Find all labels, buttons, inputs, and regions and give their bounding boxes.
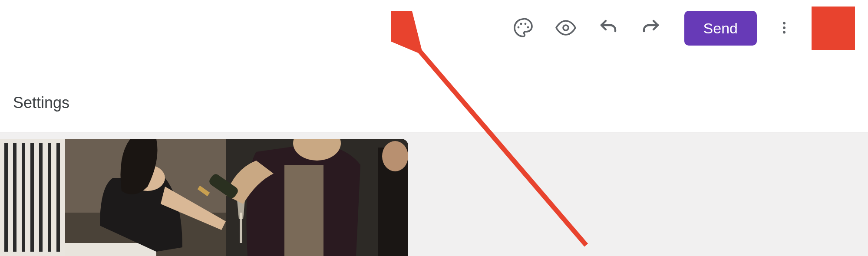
form-header-image[interactable]: [0, 139, 408, 256]
svg-point-2: [524, 23, 526, 25]
svg-point-4: [563, 25, 568, 30]
eye-icon: [555, 17, 576, 39]
redo-icon: [640, 17, 661, 39]
svg-rect-13: [4, 143, 8, 252]
svg-point-5: [783, 22, 785, 24]
palette-icon: [513, 17, 534, 39]
more-vert-icon: [776, 20, 792, 37]
svg-point-1: [520, 23, 522, 25]
svg-point-27: [382, 141, 408, 171]
customize-theme-button[interactable]: [504, 9, 543, 48]
svg-rect-22: [284, 165, 323, 256]
svg-point-6: [783, 26, 785, 29]
send-button[interactable]: Send: [684, 11, 757, 46]
svg-rect-16: [30, 143, 34, 252]
svg-point-0: [517, 26, 519, 28]
undo-icon: [598, 17, 619, 39]
tab-settings[interactable]: Settings: [13, 94, 69, 112]
svg-rect-14: [13, 143, 17, 252]
svg-rect-18: [48, 143, 51, 252]
preview-button[interactable]: [546, 9, 585, 48]
redo-button[interactable]: [631, 9, 670, 48]
svg-point-3: [527, 26, 529, 28]
svg-point-7: [783, 31, 785, 33]
svg-rect-15: [22, 143, 25, 252]
account-avatar[interactable]: [812, 7, 855, 50]
svg-rect-19: [56, 143, 60, 252]
svg-rect-17: [39, 143, 43, 252]
top-toolbar: Send: [0, 0, 868, 56]
more-options-button[interactable]: [769, 13, 799, 43]
undo-button[interactable]: [589, 9, 628, 48]
